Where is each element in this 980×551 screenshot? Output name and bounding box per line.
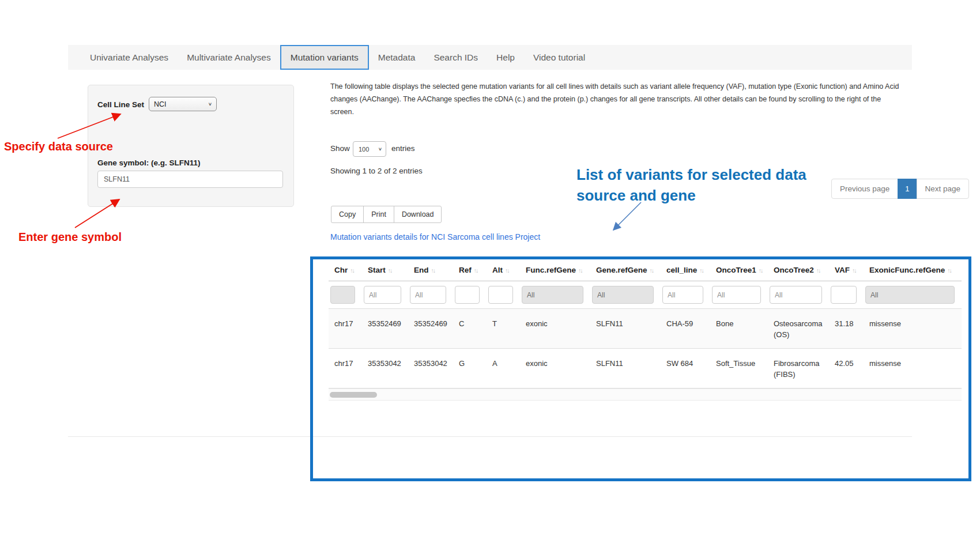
table-row: chr173535304235353042GAexonicSLFN11SW 68… [329,349,962,388]
filter-select-gene-refgene[interactable]: All [592,286,654,304]
table-row: chr173535246935352469CTexonicSLFN11CHA-5… [329,309,962,349]
page-length-value: 100 [359,146,369,153]
next-page-button[interactable]: Next page [917,179,970,199]
navbar: Univariate AnalysesMultivariate Analyses… [68,45,912,70]
column-header-oncotree1[interactable]: OncoTree1↑↓ [710,259,768,281]
filter-input-start[interactable] [364,286,401,304]
cell-func-refgene: exonic [520,349,590,388]
cell-start: 35352469 [362,309,408,349]
cell-oncotree1: Bone [710,309,768,349]
cell-func-refgene: exonic [520,309,590,349]
filter-cell-alt [487,281,520,309]
variants-arrow [613,202,641,230]
filter-cell-end [408,281,453,309]
chevron-down-icon: ∨ [208,101,212,107]
export-button-group: CopyPrintDownload [331,206,442,223]
download-button[interactable]: Download [394,206,442,223]
filter-select-exonicfunc-refgene[interactable]: All [865,286,955,304]
column-header-ref[interactable]: Ref↑↓ [453,259,487,281]
sort-icon[interactable]: ↑↓ [578,267,582,274]
cell-cell-line: CHA-59 [661,309,710,349]
table-title-link[interactable]: Mutation variants details for NCI Sarcom… [330,232,540,241]
cell-oncotree2: Osteosarcoma (OS) [768,309,829,349]
column-header-vaf[interactable]: VAF↑↓ [829,259,864,281]
filter-input-cell-line[interactable] [662,286,703,304]
filter-select-func-refgene[interactable]: All [522,286,583,304]
column-header-oncotree2[interactable]: OncoTree2↑↓ [768,259,829,281]
scrollbar-thumb[interactable] [330,392,377,398]
column-header-end[interactable]: End↑↓ [408,259,453,281]
column-header-label: Func.refGene [526,266,576,274]
sort-icon[interactable]: ↑↓ [816,267,820,274]
cell-ref: C [453,309,487,349]
sort-icon[interactable]: ↑↓ [852,267,856,274]
entries-label: entries [391,144,415,153]
filter-cell-chr [329,281,362,309]
column-header-gene-refgene[interactable]: Gene.refGene↑↓ [590,259,661,281]
tab-univariate-analyses[interactable]: Univariate Analyses [81,45,178,70]
column-header-label: VAF [835,266,850,274]
app-canvas: { "nav": { "tabs": ["Univariate Analyses… [0,0,980,551]
table-filter-row: AllAllAll [329,281,962,309]
sort-icon[interactable]: ↑↓ [759,267,763,274]
column-header-label: Start [368,266,386,274]
pagination: Previous page 1 Next page [831,179,969,199]
gene-symbol-input[interactable] [97,171,283,188]
tab-metadata[interactable]: Metadata [369,45,425,70]
filter-cell-func-refgene: All [520,281,590,309]
cell-ref: G [453,349,487,388]
cell-line-set-select[interactable]: NCI ∨ [149,97,217,111]
horizontal-scrollbar[interactable] [329,388,962,401]
table-header-row: Chr↑↓Start↑↓End↑↓Ref↑↓Alt↑↓Func.refGene↑… [329,259,962,281]
column-header-exonicfunc-refgene[interactable]: ExonicFunc.refGene↑↓ [864,259,962,281]
sort-icon[interactable]: ↑↓ [699,267,703,274]
column-header-cell-line[interactable]: cell_line↑↓ [661,259,710,281]
cell-chr: chr17 [329,309,362,349]
annotation-list-of-variants: List of variants for selected data sourc… [576,164,806,206]
column-header-start[interactable]: Start↑↓ [362,259,408,281]
chevron-down-icon: ∨ [378,146,382,152]
sort-icon[interactable]: ↑↓ [947,267,951,274]
tab-help[interactable]: Help [487,45,524,70]
filter-input-oncotree1[interactable] [712,286,761,304]
filter-input-alt[interactable] [488,286,513,304]
sort-icon[interactable]: ↑↓ [431,267,435,274]
column-header-func-refgene[interactable]: Func.refGene↑↓ [520,259,590,281]
print-button[interactable]: Print [363,206,394,223]
sort-icon[interactable]: ↑↓ [505,267,509,274]
page-divider [68,436,912,437]
filter-cell-cell-line [661,281,710,309]
filter-input-end[interactable] [410,286,446,304]
tab-multivariate-analyses[interactable]: Multivariate Analyses [178,45,280,70]
cell-oncotree2: Fibrosarcoma (FIBS) [768,349,829,388]
variants-table: Chr↑↓Start↑↓End↑↓Ref↑↓Alt↑↓Func.refGene↑… [329,259,962,388]
tab-video-tutorial[interactable]: Video tutorial [524,45,594,70]
sort-icon[interactable]: ↑↓ [350,267,354,274]
filter-input-oncotree2[interactable] [770,286,822,304]
showing-entries-text: Showing 1 to 2 of 2 entries [330,167,423,175]
tab-mutation-variants[interactable]: Mutation variants [280,45,369,70]
filter-cell-vaf [829,281,864,309]
sort-icon[interactable]: ↑↓ [474,267,478,274]
filter-input-vaf[interactable] [831,286,857,304]
sort-icon[interactable]: ↑↓ [650,267,654,274]
column-header-label: OncoTree2 [774,266,814,274]
filter-cell-exonicfunc-refgene: All [864,281,962,309]
column-header-label: OncoTree1 [716,266,756,274]
filter-input-ref[interactable] [455,286,480,304]
copy-button[interactable]: Copy [331,206,364,223]
annotation-specify-data-source: Specify data source [4,140,113,153]
filter-select-chr[interactable] [330,286,355,304]
cell-chr: chr17 [329,349,362,388]
column-header-alt[interactable]: Alt↑↓ [487,259,520,281]
page-1-button[interactable]: 1 [898,179,917,199]
cell-oncotree1: Soft_Tissue [710,349,768,388]
tab-search-ids[interactable]: Search IDs [424,45,487,70]
previous-page-button[interactable]: Previous page [831,179,898,199]
column-header-label: cell_line [666,266,697,274]
column-header-chr[interactable]: Chr↑↓ [329,259,362,281]
sort-icon[interactable]: ↑↓ [388,267,392,274]
cell-exonicfunc-refgene: missense [864,349,962,388]
page-length-select[interactable]: 100 ∨ [353,141,386,157]
cell-cell-line: SW 684 [661,349,710,388]
